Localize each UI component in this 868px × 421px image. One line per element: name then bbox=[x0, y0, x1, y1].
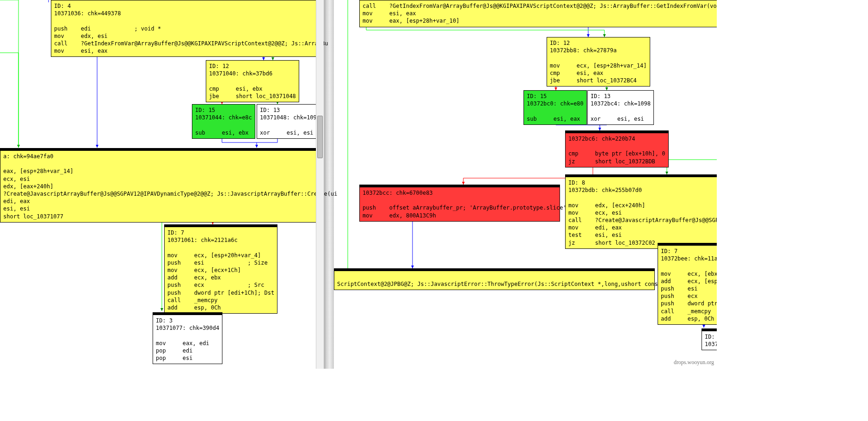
block-15-right[interactable]: ID: 15 10372bc0: chk=e80 sub esi, eax bbox=[523, 90, 587, 125]
block-7-left[interactable]: ID: 7 10371061: chk=2121a6c mov ecx, [es… bbox=[164, 224, 277, 314]
block-7-right[interactable]: ID: 7 10372bee: chk=11a425 mov ecx, [ebx… bbox=[658, 243, 717, 325]
block-redcmp[interactable]: 10372bc6: chk=220b74 cmp byte ptr [ebx+1… bbox=[565, 130, 669, 167]
right-pane[interactable]: call ?GetIndexFromVar@ArrayBuffer@Js@@KG… bbox=[334, 0, 717, 369]
split-view: ID: 4 10371036: chk=449378 push edi ; vo… bbox=[0, 0, 717, 369]
scrollbar-thumb[interactable] bbox=[317, 116, 323, 158]
splitter[interactable] bbox=[326, 0, 334, 369]
block-13-right[interactable]: ID: 13 10372bc4: chk=1098 xor esi, esi bbox=[587, 90, 654, 125]
block-3-left[interactable]: ID: 3 10371077: chk=390d4 mov eax, edi p… bbox=[153, 312, 222, 364]
left-scrollbar[interactable] bbox=[316, 0, 324, 369]
block-redpush[interactable]: 10372bcc: chk=6700e83 push offset aArray… bbox=[359, 185, 560, 222]
block-a-left[interactable]: a: chk=94ae7fa0 eax, [esp+28h+var_14] ec… bbox=[0, 148, 321, 223]
block-12-right[interactable]: ID: 12 10372bb8: chk=27879a mov ecx, [es… bbox=[547, 37, 650, 87]
block-throw[interactable]: ScriptContext@2@JPBG@Z; Js::JavascriptEr… bbox=[334, 268, 655, 290]
block-13-left[interactable]: ID: 13 10371048: chk=1098 xor esi, esi bbox=[257, 104, 323, 139]
block-15-left[interactable]: ID: 15 10371044: chk=e8c sub esi, ebx bbox=[192, 104, 255, 139]
left-pane[interactable]: ID: 4 10371036: chk=449378 push edi ; vo… bbox=[0, 0, 326, 369]
block-3-right[interactable]: ID: 3 10372 bbox=[702, 328, 717, 350]
block-4[interactable]: ID: 4 10371036: chk=449378 push edi ; vo… bbox=[51, 0, 321, 57]
block-12-left[interactable]: ID: 12 10371040: chk=37bd6 cmp esi, ebx … bbox=[206, 60, 299, 102]
block-8-right[interactable]: ID: 8 10372bdb: chk=255b07d0 mov edx, [e… bbox=[565, 174, 717, 249]
block-call-right[interactable]: call ?GetIndexFromVar@ArrayBuffer@Js@@KG… bbox=[359, 0, 717, 27]
watermark: drops.wooyun.org bbox=[674, 359, 714, 366]
